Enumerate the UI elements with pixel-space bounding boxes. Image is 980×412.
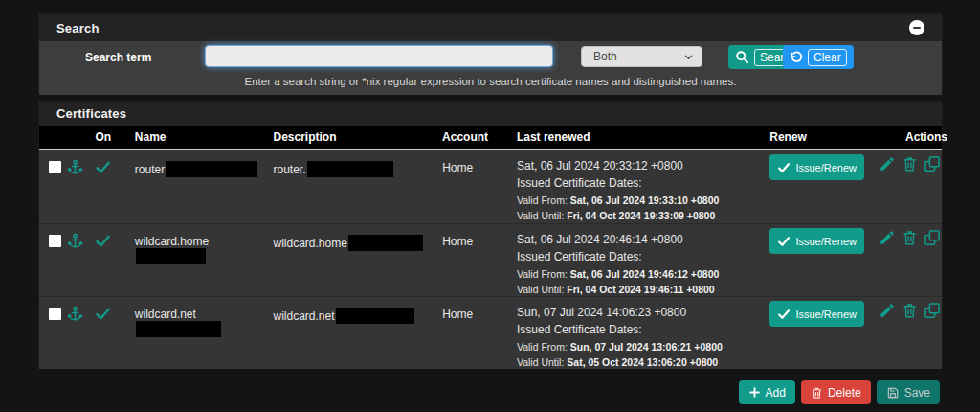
copy-icon[interactable] [924, 155, 941, 172]
issue-renew-button[interactable]: Issue/Renew [769, 228, 864, 254]
certificate-row: router router. Home Sat, 06 Jul 2024 20:… [39, 150, 942, 223]
issue-renew-button[interactable]: Issue/Renew [769, 154, 864, 180]
search-panel-title: Search [56, 21, 100, 35]
valid-from-line: Valid From: Sun, 07 Jul 2024 13:06:21 +0… [517, 341, 765, 353]
acme-certificates-page: Search Search term Both Search [0, 0, 980, 412]
issue-renew-label: Issue/Renew [795, 162, 857, 173]
floppy-disk-icon [886, 386, 900, 400]
copy-icon[interactable] [924, 229, 941, 246]
last-renewed-cell: Sun, 07 Jul 2024 14:06:23 +0800 Issued C… [517, 297, 765, 372]
header-name: Name [120, 126, 274, 149]
save-button-label: Save [904, 386, 930, 400]
enabled-check-icon [95, 234, 111, 248]
collapse-panel-icon[interactable] [909, 20, 924, 35]
clear-button-label: Clear [808, 49, 847, 66]
delete-trash-icon[interactable] [902, 302, 918, 319]
row-checkbox[interactable] [49, 235, 61, 247]
certificate-row: wildcard.net wildcard.net Home Sun, 07 J… [39, 296, 942, 369]
anchor-icon [67, 306, 83, 322]
delete-button[interactable]: Delete [801, 380, 871, 404]
header-renew: Renew [765, 126, 872, 149]
last-renewed-cell: Sat, 06 Jul 2024 20:46:14 +0800 Issued C… [517, 224, 765, 299]
valid-until-line: Valid Until: Fri, 04 Oct 2024 19:33:09 +… [517, 210, 765, 221]
add-button-label: Add [766, 386, 786, 400]
header-description: Description [273, 126, 442, 149]
enabled-check-icon [95, 160, 111, 174]
issued-dates-label: Issued Certificate Dates: [517, 176, 765, 190]
check-icon [777, 236, 791, 247]
header-select-col [39, 126, 87, 149]
undo-icon [790, 51, 803, 64]
add-button[interactable]: Add [739, 380, 795, 404]
header-account: Account [442, 126, 517, 149]
search-panel-header: Search [39, 14, 942, 41]
valid-from-line: Valid From: Sat, 06 Jul 2024 19:33:10 +0… [517, 195, 765, 206]
copy-icon[interactable] [924, 302, 941, 319]
certificate-name: wildcard.net [120, 297, 274, 337]
trash-icon [811, 386, 823, 400]
enabled-check-icon [95, 307, 111, 321]
search-panel-body: Search term Both Search Clear [39, 41, 942, 95]
valid-until-line: Valid Until: Sat, 05 Oct 2024 13:06:20 +… [517, 356, 765, 368]
row-checkbox[interactable] [49, 308, 61, 320]
edit-pencil-icon[interactable] [879, 302, 896, 319]
certificate-description: router. [274, 150, 443, 177]
save-button[interactable]: Save [877, 380, 940, 404]
search-help-text: Enter a search string or *nix regular ex… [39, 76, 942, 87]
certificates-panel-title: Certificates [56, 106, 126, 121]
redaction-box [166, 161, 257, 177]
row-checkbox[interactable] [49, 161, 61, 173]
footer-actions: Add Delete Save [739, 380, 940, 404]
chevron-down-icon [683, 52, 694, 62]
check-icon [777, 309, 791, 320]
edit-pencil-icon[interactable] [879, 155, 896, 172]
certificates-table-header: On Name Description Account Last renewed… [39, 126, 942, 150]
search-term-label: Search term [85, 51, 151, 64]
delete-trash-icon[interactable] [902, 155, 918, 172]
issued-dates-label: Issued Certificate Dates: [517, 323, 765, 336]
anchor-icon [67, 233, 83, 249]
valid-from-line: Valid From: Sat, 06 Jul 2024 19:46:12 +0… [517, 268, 765, 280]
last-renewed-date: Sat, 06 Jul 2024 20:46:14 +0800 [517, 233, 765, 246]
plus-icon [748, 386, 761, 399]
redaction-box [307, 161, 393, 177]
certificate-name: wildcard.home [120, 224, 274, 264]
last-renewed-date: Sun, 07 Jul 2024 14:06:23 +0800 [517, 306, 765, 319]
delete-trash-icon[interactable] [902, 229, 918, 246]
valid-until-line: Valid Until: Fri, 04 Oct 2024 19:46:11 +… [517, 284, 765, 295]
certificate-account: Home [442, 297, 517, 321]
certificate-account: Home [442, 224, 517, 248]
header-actions: Actions [872, 126, 942, 149]
search-scope-select[interactable]: Both [581, 46, 702, 67]
search-scope-value: Both [593, 50, 683, 63]
redaction-box [136, 321, 221, 337]
certificate-name: router [120, 150, 274, 177]
redaction-box [348, 235, 423, 251]
anchor-icon [67, 159, 83, 175]
issue-renew-label: Issue/Renew [795, 309, 857, 320]
clear-button[interactable]: Clear [783, 45, 854, 69]
delete-button-label: Delete [828, 386, 861, 400]
last-renewed-date: Sat, 06 Jul 2024 20:33:12 +0800 [517, 159, 765, 172]
search-panel: Search Search term Both Search [38, 13, 943, 94]
certificate-row: wildcard.home wildcard.home Home Sat, 06… [39, 223, 942, 296]
redaction-box [136, 248, 206, 264]
certificate-description: wildcard.net [274, 297, 443, 324]
edit-pencil-icon[interactable] [879, 229, 896, 246]
issue-renew-label: Issue/Renew [795, 236, 857, 247]
certificate-description: wildcard.home [274, 224, 443, 251]
header-on: On [87, 126, 120, 149]
header-last-renewed: Last renewed [517, 126, 765, 149]
last-renewed-cell: Sat, 06 Jul 2024 20:33:12 +0800 Issued C… [517, 150, 765, 225]
search-icon [735, 50, 749, 64]
certificate-account: Home [442, 150, 517, 174]
issue-renew-button[interactable]: Issue/Renew [769, 301, 864, 327]
search-input[interactable] [205, 45, 553, 67]
certificates-panel-header: Certificates [39, 102, 942, 126]
redaction-box [336, 308, 414, 324]
check-icon [777, 162, 791, 173]
certificates-panel: Certificates On Name Description Account… [38, 101, 943, 369]
issued-dates-label: Issued Certificate Dates: [517, 250, 765, 263]
